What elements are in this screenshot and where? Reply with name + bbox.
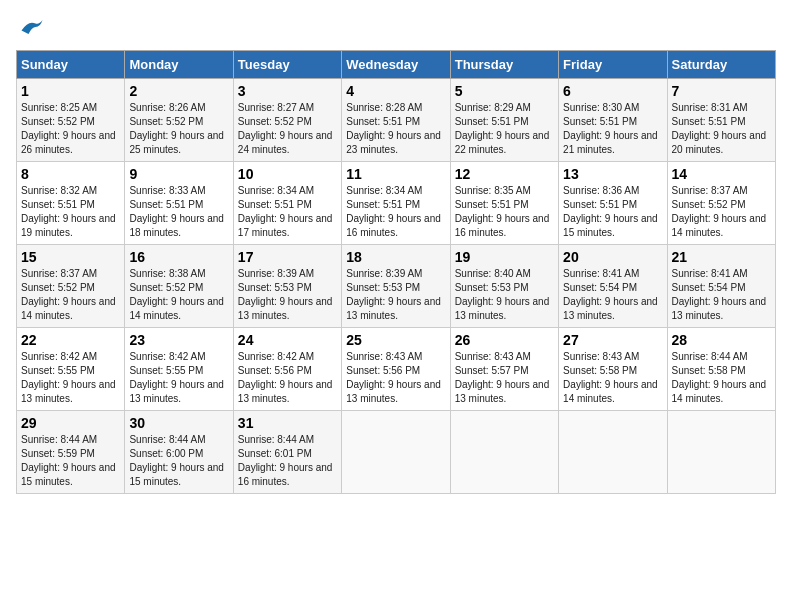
day-info: Sunrise: 8:25 AMSunset: 5:52 PMDaylight:… <box>21 101 120 157</box>
calendar-cell: 18Sunrise: 8:39 AMSunset: 5:53 PMDayligh… <box>342 245 450 328</box>
day-number: 22 <box>21 332 120 348</box>
day-info: Sunrise: 8:42 AMSunset: 5:56 PMDaylight:… <box>238 350 337 406</box>
logo-bird-icon <box>18 16 46 38</box>
day-number: 15 <box>21 249 120 265</box>
calendar-cell <box>450 411 558 494</box>
calendar-cell: 8Sunrise: 8:32 AMSunset: 5:51 PMDaylight… <box>17 162 125 245</box>
day-info: Sunrise: 8:41 AMSunset: 5:54 PMDaylight:… <box>563 267 662 323</box>
day-number: 24 <box>238 332 337 348</box>
day-info: Sunrise: 8:38 AMSunset: 5:52 PMDaylight:… <box>129 267 228 323</box>
day-info: Sunrise: 8:31 AMSunset: 5:51 PMDaylight:… <box>672 101 771 157</box>
day-info: Sunrise: 8:43 AMSunset: 5:58 PMDaylight:… <box>563 350 662 406</box>
day-number: 10 <box>238 166 337 182</box>
day-info: Sunrise: 8:34 AMSunset: 5:51 PMDaylight:… <box>346 184 445 240</box>
day-info: Sunrise: 8:34 AMSunset: 5:51 PMDaylight:… <box>238 184 337 240</box>
day-number: 18 <box>346 249 445 265</box>
calendar-cell: 29Sunrise: 8:44 AMSunset: 5:59 PMDayligh… <box>17 411 125 494</box>
calendar-cell: 16Sunrise: 8:38 AMSunset: 5:52 PMDayligh… <box>125 245 233 328</box>
day-number: 7 <box>672 83 771 99</box>
calendar-cell: 10Sunrise: 8:34 AMSunset: 5:51 PMDayligh… <box>233 162 341 245</box>
calendar-header-friday: Friday <box>559 51 667 79</box>
calendar-cell: 3Sunrise: 8:27 AMSunset: 5:52 PMDaylight… <box>233 79 341 162</box>
calendar-week-3: 15Sunrise: 8:37 AMSunset: 5:52 PMDayligh… <box>17 245 776 328</box>
day-number: 19 <box>455 249 554 265</box>
day-number: 28 <box>672 332 771 348</box>
calendar-cell <box>667 411 775 494</box>
day-number: 30 <box>129 415 228 431</box>
day-info: Sunrise: 8:41 AMSunset: 5:54 PMDaylight:… <box>672 267 771 323</box>
day-number: 29 <box>21 415 120 431</box>
day-info: Sunrise: 8:42 AMSunset: 5:55 PMDaylight:… <box>129 350 228 406</box>
calendar-header-tuesday: Tuesday <box>233 51 341 79</box>
day-number: 6 <box>563 83 662 99</box>
day-number: 20 <box>563 249 662 265</box>
day-info: Sunrise: 8:37 AMSunset: 5:52 PMDaylight:… <box>21 267 120 323</box>
day-number: 4 <box>346 83 445 99</box>
calendar-cell: 26Sunrise: 8:43 AMSunset: 5:57 PMDayligh… <box>450 328 558 411</box>
day-info: Sunrise: 8:44 AMSunset: 6:01 PMDaylight:… <box>238 433 337 489</box>
calendar-cell: 22Sunrise: 8:42 AMSunset: 5:55 PMDayligh… <box>17 328 125 411</box>
calendar-cell: 12Sunrise: 8:35 AMSunset: 5:51 PMDayligh… <box>450 162 558 245</box>
calendar-cell: 30Sunrise: 8:44 AMSunset: 6:00 PMDayligh… <box>125 411 233 494</box>
day-info: Sunrise: 8:29 AMSunset: 5:51 PMDaylight:… <box>455 101 554 157</box>
day-info: Sunrise: 8:44 AMSunset: 6:00 PMDaylight:… <box>129 433 228 489</box>
calendar-header-thursday: Thursday <box>450 51 558 79</box>
calendar-week-1: 1Sunrise: 8:25 AMSunset: 5:52 PMDaylight… <box>17 79 776 162</box>
calendar-cell: 15Sunrise: 8:37 AMSunset: 5:52 PMDayligh… <box>17 245 125 328</box>
day-number: 27 <box>563 332 662 348</box>
day-number: 14 <box>672 166 771 182</box>
day-info: Sunrise: 8:28 AMSunset: 5:51 PMDaylight:… <box>346 101 445 157</box>
day-number: 23 <box>129 332 228 348</box>
day-number: 25 <box>346 332 445 348</box>
day-number: 2 <box>129 83 228 99</box>
calendar-cell <box>342 411 450 494</box>
calendar-cell: 28Sunrise: 8:44 AMSunset: 5:58 PMDayligh… <box>667 328 775 411</box>
calendar-cell: 14Sunrise: 8:37 AMSunset: 5:52 PMDayligh… <box>667 162 775 245</box>
calendar-cell: 24Sunrise: 8:42 AMSunset: 5:56 PMDayligh… <box>233 328 341 411</box>
day-info: Sunrise: 8:30 AMSunset: 5:51 PMDaylight:… <box>563 101 662 157</box>
calendar-cell: 1Sunrise: 8:25 AMSunset: 5:52 PMDaylight… <box>17 79 125 162</box>
calendar-cell: 31Sunrise: 8:44 AMSunset: 6:01 PMDayligh… <box>233 411 341 494</box>
day-number: 1 <box>21 83 120 99</box>
calendar-cell: 11Sunrise: 8:34 AMSunset: 5:51 PMDayligh… <box>342 162 450 245</box>
day-info: Sunrise: 8:43 AMSunset: 5:57 PMDaylight:… <box>455 350 554 406</box>
day-info: Sunrise: 8:44 AMSunset: 5:58 PMDaylight:… <box>672 350 771 406</box>
day-number: 8 <box>21 166 120 182</box>
day-info: Sunrise: 8:43 AMSunset: 5:56 PMDaylight:… <box>346 350 445 406</box>
day-number: 31 <box>238 415 337 431</box>
day-info: Sunrise: 8:36 AMSunset: 5:51 PMDaylight:… <box>563 184 662 240</box>
calendar-header-wednesday: Wednesday <box>342 51 450 79</box>
calendar-cell: 27Sunrise: 8:43 AMSunset: 5:58 PMDayligh… <box>559 328 667 411</box>
calendar-cell: 2Sunrise: 8:26 AMSunset: 5:52 PMDaylight… <box>125 79 233 162</box>
calendar-cell: 17Sunrise: 8:39 AMSunset: 5:53 PMDayligh… <box>233 245 341 328</box>
calendar-cell: 13Sunrise: 8:36 AMSunset: 5:51 PMDayligh… <box>559 162 667 245</box>
calendar-cell: 20Sunrise: 8:41 AMSunset: 5:54 PMDayligh… <box>559 245 667 328</box>
day-number: 9 <box>129 166 228 182</box>
page-header <box>16 16 776 42</box>
calendar-cell: 6Sunrise: 8:30 AMSunset: 5:51 PMDaylight… <box>559 79 667 162</box>
day-number: 21 <box>672 249 771 265</box>
calendar-week-2: 8Sunrise: 8:32 AMSunset: 5:51 PMDaylight… <box>17 162 776 245</box>
day-info: Sunrise: 8:44 AMSunset: 5:59 PMDaylight:… <box>21 433 120 489</box>
calendar-cell: 23Sunrise: 8:42 AMSunset: 5:55 PMDayligh… <box>125 328 233 411</box>
day-info: Sunrise: 8:39 AMSunset: 5:53 PMDaylight:… <box>238 267 337 323</box>
calendar-cell: 4Sunrise: 8:28 AMSunset: 5:51 PMDaylight… <box>342 79 450 162</box>
calendar-header-monday: Monday <box>125 51 233 79</box>
day-number: 5 <box>455 83 554 99</box>
day-number: 13 <box>563 166 662 182</box>
logo <box>16 16 48 42</box>
day-number: 17 <box>238 249 337 265</box>
day-info: Sunrise: 8:27 AMSunset: 5:52 PMDaylight:… <box>238 101 337 157</box>
calendar-week-5: 29Sunrise: 8:44 AMSunset: 5:59 PMDayligh… <box>17 411 776 494</box>
calendar-header-sunday: Sunday <box>17 51 125 79</box>
day-info: Sunrise: 8:39 AMSunset: 5:53 PMDaylight:… <box>346 267 445 323</box>
day-info: Sunrise: 8:33 AMSunset: 5:51 PMDaylight:… <box>129 184 228 240</box>
day-number: 3 <box>238 83 337 99</box>
calendar-cell: 19Sunrise: 8:40 AMSunset: 5:53 PMDayligh… <box>450 245 558 328</box>
day-number: 12 <box>455 166 554 182</box>
day-info: Sunrise: 8:35 AMSunset: 5:51 PMDaylight:… <box>455 184 554 240</box>
day-info: Sunrise: 8:37 AMSunset: 5:52 PMDaylight:… <box>672 184 771 240</box>
calendar-week-4: 22Sunrise: 8:42 AMSunset: 5:55 PMDayligh… <box>17 328 776 411</box>
calendar-cell: 7Sunrise: 8:31 AMSunset: 5:51 PMDaylight… <box>667 79 775 162</box>
day-info: Sunrise: 8:42 AMSunset: 5:55 PMDaylight:… <box>21 350 120 406</box>
